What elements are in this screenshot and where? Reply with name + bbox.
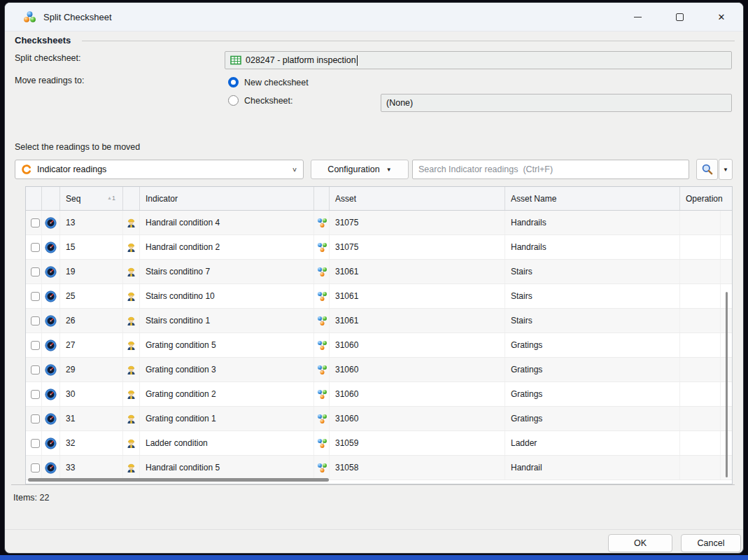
checkbox-cell: [26, 284, 42, 308]
table-row[interactable]: 25 Stairs conditino 10 31061 Stairs: [26, 284, 732, 309]
checkbox-cell: [26, 358, 42, 382]
maximize-icon: [676, 13, 684, 21]
row-checkbox[interactable]: [31, 439, 40, 448]
footer-divider: [5, 529, 743, 530]
asset-name-cell: Stairs: [505, 309, 680, 332]
cancel-button[interactable]: Cancel: [681, 534, 741, 552]
seq-cell: 33: [60, 456, 123, 479]
seq-cell: 30: [60, 382, 123, 406]
group-divider: [82, 41, 735, 41]
header-asset[interactable]: Asset: [330, 187, 505, 210]
row-checkbox[interactable]: [31, 292, 40, 301]
person-hardhat-icon: [126, 218, 136, 228]
asset-cell: 31061: [330, 260, 505, 284]
row-checkbox[interactable]: [31, 267, 40, 276]
person-hardhat-icon: [126, 340, 136, 351]
asset-cluster-icon: [317, 463, 327, 473]
table-row[interactable]: 13 Handrail condition 4 31075 Handrails: [26, 211, 732, 235]
maximize-button[interactable]: [663, 6, 696, 28]
panel-divider: [11, 484, 735, 485]
indicator-cell: Grating condition 1: [140, 407, 314, 430]
ok-button[interactable]: OK: [608, 534, 672, 552]
row-checkbox[interactable]: [31, 218, 40, 227]
person-hardhat-icon: [126, 389, 136, 400]
row-checkbox[interactable]: [31, 390, 40, 399]
radio-new-checksheet[interactable]: New checksheet: [228, 77, 309, 88]
checksheet-grid-icon: [230, 55, 241, 66]
row-checkbox[interactable]: [31, 316, 40, 326]
search-button[interactable]: [696, 159, 718, 180]
asset-icon-cell: [314, 456, 330, 479]
person-icon-cell: [123, 456, 140, 479]
indicator-cell: Grating condition 3: [140, 358, 314, 382]
asset-icon-cell: [314, 358, 330, 382]
indicator-readings-icon: [21, 164, 32, 175]
person-icon-cell: [123, 382, 140, 406]
asset-name-cell: Stairs: [505, 260, 680, 284]
row-checkbox[interactable]: [31, 463, 40, 472]
table-row[interactable]: 30 Grating condition 2 31060 Gratings: [26, 382, 732, 407]
split-checksheet-field[interactable]: 028247 - platform inspection: [225, 51, 732, 69]
row-checkbox[interactable]: [31, 341, 40, 350]
asset-cluster-icon: [317, 365, 327, 375]
asset-icon-cell: [314, 407, 330, 430]
asset-icon-cell: [314, 431, 330, 455]
title-bar[interactable]: Split Checksheet ✕: [5, 3, 743, 31]
radio-existing-checksheet[interactable]: Checksheet:: [228, 95, 292, 106]
header-person-icon-column: [123, 187, 140, 210]
checkbox-cell: [26, 333, 42, 357]
row-checkbox[interactable]: [31, 414, 40, 424]
table-row[interactable]: 15 Handrail condition 2 31075 Handrails: [26, 235, 732, 260]
table-row[interactable]: 31 Grating condition 1 31060 Gratings: [26, 407, 732, 431]
table-row[interactable]: 19 Stairs conditino 7 31061 Stairs: [26, 260, 732, 284]
asset-cell: 31060: [330, 382, 505, 406]
table-row[interactable]: 26 Stairs conditino 1 31061 Stairs: [26, 309, 732, 333]
search-options-button[interactable]: ▼: [719, 159, 733, 180]
header-indicator[interactable]: Indicator: [140, 187, 314, 210]
chevron-down-icon: ∨: [292, 166, 297, 173]
seq-cell: 29: [60, 358, 123, 382]
person-icon-cell: [123, 407, 140, 430]
close-button[interactable]: ✕: [705, 6, 738, 28]
table-row[interactable]: 33 Handrail condition 5 31058 Handrail: [26, 456, 732, 480]
row-checkbox[interactable]: [31, 243, 40, 252]
checkbox-cell: [26, 211, 42, 234]
table-row[interactable]: 29 Grating condition 3 31060 Gratings: [26, 358, 732, 382]
search-input[interactable]: [412, 160, 689, 179]
asset-icon-cell: [314, 284, 330, 308]
gauge-icon: [45, 217, 57, 229]
group-title-checksheets: Checksheets: [15, 35, 71, 46]
person-icon-cell: [123, 358, 140, 382]
reading-type-combobox[interactable]: Indicator readings ∨: [15, 160, 304, 179]
operation-cell: [680, 235, 721, 259]
table-row[interactable]: 27 Grating condition 5 31060 Gratings: [26, 333, 732, 358]
header-asset-name[interactable]: Asset Name: [505, 187, 680, 210]
reading-icon-cell: [42, 333, 60, 357]
checkbox-cell: [26, 260, 42, 284]
asset-name-cell: Handrails: [505, 235, 680, 259]
asset-cluster-icon: [317, 389, 327, 400]
radio-selected-icon: [228, 77, 239, 88]
dropdown-arrow-icon: ▼: [386, 167, 392, 173]
checkbox-cell: [26, 456, 42, 479]
person-icon-cell: [123, 431, 140, 455]
person-icon-cell: [123, 284, 140, 308]
asset-cell: 31061: [330, 309, 505, 332]
header-operation[interactable]: Operation: [680, 187, 732, 210]
split-checksheet-value: 028247 - platform inspection: [246, 55, 356, 65]
radio-new-checksheet-label: New checksheet: [244, 78, 309, 88]
row-checkbox[interactable]: [31, 365, 40, 374]
vertical-scrollbar[interactable]: [726, 292, 728, 477]
indicator-cell: Stairs conditino 10: [140, 284, 314, 308]
asset-cell: 31058: [330, 456, 505, 479]
table-row[interactable]: 32 Ladder condition 31059 Ladder: [26, 431, 732, 456]
configuration-button[interactable]: Configuration ▼: [311, 160, 409, 179]
header-seq[interactable]: Seq ▲ 1: [60, 187, 123, 210]
asset-icon-cell: [314, 211, 330, 234]
minimize-button[interactable]: [621, 6, 654, 28]
checkbox-cell: [26, 407, 42, 430]
reading-icon-cell: [42, 431, 60, 455]
items-count: Items: 22: [13, 493, 49, 503]
asset-cluster-icon: [317, 316, 327, 326]
horizontal-scrollbar[interactable]: [28, 478, 329, 482]
